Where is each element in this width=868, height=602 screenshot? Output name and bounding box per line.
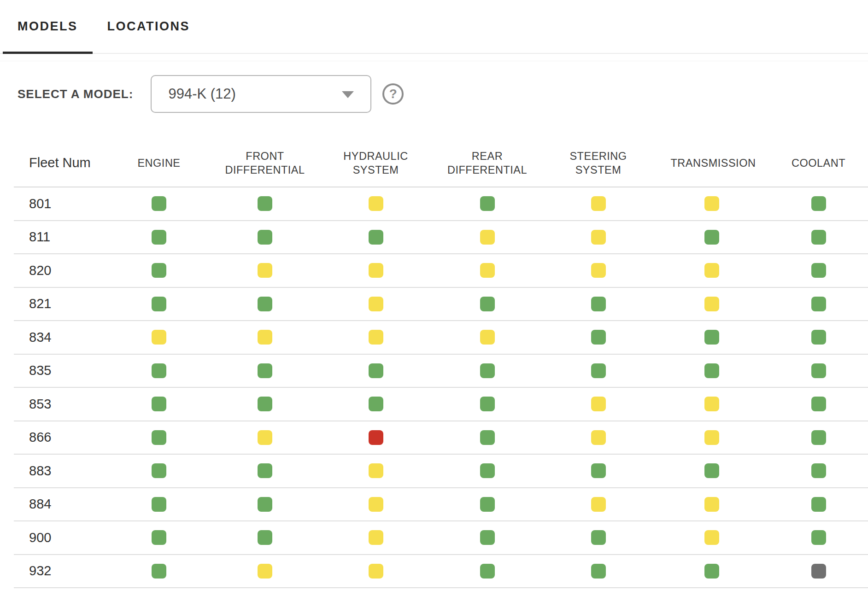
status-cell: [211, 254, 319, 287]
status-indicator-yellow[interactable]: [369, 497, 383, 512]
status-indicator-yellow[interactable]: [152, 330, 166, 345]
status-indicator-yellow[interactable]: [369, 196, 383, 211]
status-cell: [769, 221, 868, 254]
status-indicator-green[interactable]: [152, 430, 166, 445]
status-cell: [542, 321, 654, 354]
status-indicator-yellow[interactable]: [704, 497, 719, 512]
status-indicator-green[interactable]: [811, 330, 826, 345]
status-indicator-yellow[interactable]: [369, 463, 383, 478]
status-indicator-yellow[interactable]: [704, 430, 719, 445]
status-cell: [107, 355, 211, 387]
status-indicator-green[interactable]: [258, 530, 272, 545]
status-indicator-green[interactable]: [811, 397, 826, 411]
status-indicator-green[interactable]: [591, 297, 606, 311]
status-indicator-green[interactable]: [152, 564, 166, 579]
status-cell: [542, 521, 654, 554]
status-cell: [211, 421, 319, 454]
status-indicator-yellow[interactable]: [591, 497, 606, 512]
status-indicator-green[interactable]: [811, 363, 826, 378]
status-indicator-green[interactable]: [811, 196, 826, 211]
status-indicator-yellow[interactable]: [704, 297, 719, 311]
status-indicator-green[interactable]: [480, 497, 495, 512]
status-indicator-yellow[interactable]: [480, 230, 495, 245]
status-indicator-red[interactable]: [369, 430, 383, 445]
status-indicator-green[interactable]: [480, 363, 495, 378]
status-indicator-yellow[interactable]: [591, 196, 606, 211]
status-indicator-green[interactable]: [704, 363, 719, 378]
status-indicator-green[interactable]: [258, 397, 272, 411]
status-indicator-yellow[interactable]: [369, 263, 383, 278]
status-indicator-green[interactable]: [152, 230, 166, 245]
status-indicator-green[interactable]: [258, 463, 272, 478]
status-indicator-gray[interactable]: [811, 564, 826, 579]
status-indicator-green[interactable]: [480, 463, 495, 478]
status-indicator-green[interactable]: [480, 564, 495, 579]
status-indicator-green[interactable]: [152, 196, 166, 211]
status-indicator-yellow[interactable]: [369, 530, 383, 545]
status-indicator-yellow[interactable]: [369, 297, 383, 311]
status-indicator-green[interactable]: [480, 397, 495, 411]
status-indicator-green[interactable]: [152, 463, 166, 478]
status-indicator-green[interactable]: [152, 297, 166, 311]
status-indicator-green[interactable]: [369, 230, 383, 245]
status-indicator-yellow[interactable]: [591, 230, 606, 245]
status-indicator-green[interactable]: [811, 463, 826, 478]
status-indicator-green[interactable]: [591, 530, 606, 545]
content-divider: [0, 61, 868, 61]
fleet-num: 900: [14, 521, 107, 554]
help-icon[interactable]: ?: [382, 83, 404, 105]
status-indicator-green[interactable]: [591, 564, 606, 579]
status-indicator-green[interactable]: [258, 363, 272, 378]
status-indicator-yellow[interactable]: [704, 196, 719, 211]
status-indicator-green[interactable]: [704, 564, 719, 579]
status-indicator-green[interactable]: [591, 363, 606, 378]
status-indicator-yellow[interactable]: [591, 397, 606, 411]
status-indicator-green[interactable]: [152, 263, 166, 278]
status-indicator-green[interactable]: [811, 530, 826, 545]
status-indicator-green[interactable]: [704, 463, 719, 478]
status-indicator-yellow[interactable]: [258, 330, 272, 345]
status-cell: [319, 187, 432, 220]
fleet-num: 811: [14, 221, 107, 254]
status-indicator-yellow[interactable]: [369, 330, 383, 345]
tab-locations[interactable]: LOCATIONS: [93, 0, 205, 53]
status-cell: [654, 254, 769, 287]
model-dropdown[interactable]: 994-K (12): [151, 75, 371, 113]
status-indicator-green[interactable]: [591, 330, 606, 345]
status-indicator-green[interactable]: [811, 263, 826, 278]
status-indicator-green[interactable]: [704, 230, 719, 245]
status-indicator-green[interactable]: [591, 463, 606, 478]
status-indicator-green[interactable]: [811, 497, 826, 512]
status-indicator-yellow[interactable]: [704, 397, 719, 411]
status-indicator-yellow[interactable]: [480, 263, 495, 278]
status-indicator-green[interactable]: [704, 330, 719, 345]
status-indicator-yellow[interactable]: [258, 564, 272, 579]
status-indicator-yellow[interactable]: [591, 430, 606, 445]
status-indicator-green[interactable]: [369, 397, 383, 411]
status-indicator-green[interactable]: [811, 297, 826, 311]
status-indicator-yellow[interactable]: [258, 430, 272, 445]
status-indicator-green[interactable]: [152, 397, 166, 411]
status-indicator-yellow[interactable]: [704, 530, 719, 545]
status-indicator-green[interactable]: [480, 297, 495, 311]
status-indicator-yellow[interactable]: [591, 263, 606, 278]
tab-models[interactable]: MODELS: [3, 0, 93, 53]
status-indicator-green[interactable]: [258, 230, 272, 245]
status-indicator-yellow[interactable]: [704, 263, 719, 278]
status-indicator-green[interactable]: [811, 430, 826, 445]
status-indicator-green[interactable]: [480, 196, 495, 211]
status-indicator-green[interactable]: [258, 497, 272, 512]
status-indicator-green[interactable]: [152, 497, 166, 512]
status-indicator-green[interactable]: [152, 530, 166, 545]
status-indicator-green[interactable]: [152, 363, 166, 378]
status-indicator-green[interactable]: [258, 297, 272, 311]
status-indicator-green[interactable]: [480, 530, 495, 545]
status-indicator-green[interactable]: [369, 363, 383, 378]
status-indicator-yellow[interactable]: [258, 263, 272, 278]
status-indicator-green[interactable]: [480, 430, 495, 445]
status-indicator-green[interactable]: [811, 230, 826, 245]
status-indicator-yellow[interactable]: [369, 564, 383, 579]
column-header-label: REAR DIFFERENTIAL: [446, 149, 528, 177]
status-indicator-green[interactable]: [258, 196, 272, 211]
status-indicator-yellow[interactable]: [480, 330, 495, 345]
